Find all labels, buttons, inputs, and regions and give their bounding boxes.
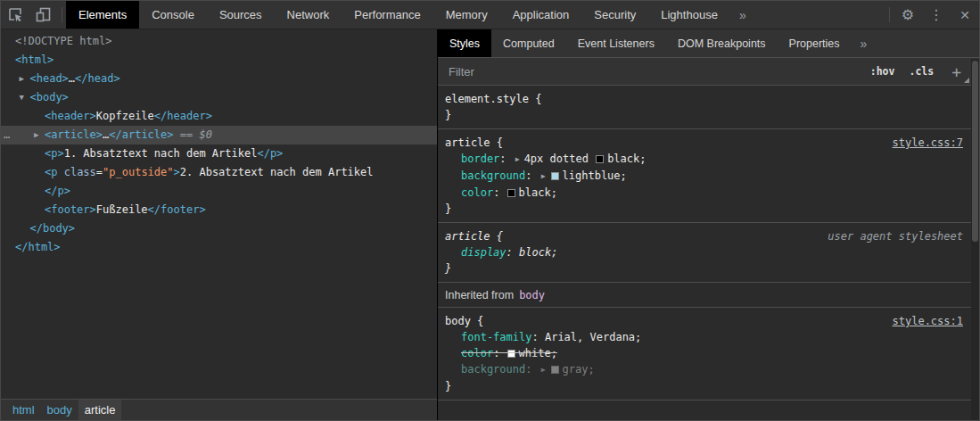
close-icon[interactable]: ✕ <box>951 1 979 29</box>
dom-tree-row[interactable]: <footer>Fußzeile</footer> <box>1 201 437 219</box>
filter-input[interactable]: Filter <box>449 65 870 78</box>
sections-end-divider <box>438 400 979 400</box>
css-property[interactable]: display: block; <box>445 244 963 260</box>
styles-tab-event-listeners[interactable]: Event Listeners <box>566 29 666 57</box>
tab-application[interactable]: Application <box>500 1 582 29</box>
dom-tree-row[interactable]: </body> <box>1 219 437 238</box>
property-value: : <box>525 169 538 182</box>
tag-token: <body> <box>30 91 69 103</box>
dom-tree-row[interactable]: <!DOCTYPE html> <box>1 32 437 51</box>
inspect-element-icon-svg <box>8 7 23 22</box>
filter-toggles: :hov .cls + <box>870 62 961 81</box>
rule-selector[interactable]: article { <box>445 135 503 151</box>
color-swatch[interactable] <box>507 350 515 358</box>
dom-tree: <!DOCTYPE html><html>▶<head>…</head>▼<bo… <box>1 29 437 399</box>
css-property[interactable]: color: white; <box>445 345 963 361</box>
css-property-text: color: white; <box>461 345 557 361</box>
expand-arrow-icon[interactable]: ▶ <box>541 172 546 180</box>
expand-arrow-icon[interactable]: ▶ <box>515 155 520 163</box>
tag-token: <p> <box>45 147 64 160</box>
css-property[interactable]: border: ▶4px dotted black; <box>445 151 963 168</box>
device-toolbar-icon[interactable] <box>29 1 58 29</box>
rule-selector[interactable]: element.style { <box>445 91 541 107</box>
rule-selector[interactable]: article { <box>445 228 503 244</box>
stylesheet-link[interactable]: style.css:1 <box>893 313 963 329</box>
css-property[interactable]: background: ▶lightblue; <box>445 168 963 185</box>
styles-tab-computed[interactable]: Computed <box>491 29 566 57</box>
breadcrumb-html[interactable]: html <box>6 400 41 420</box>
breadcrumb-body[interactable]: body <box>41 400 78 420</box>
elements-panel: <!DOCTYPE html><html>▶<head>…</head>▼<bo… <box>1 29 437 420</box>
tab-network[interactable]: Network <box>275 1 342 29</box>
tab-elements[interactable]: Elements <box>66 1 139 29</box>
expand-arrow-icon[interactable]: ▶ <box>541 366 546 374</box>
styles-tab-dom-breakpoints[interactable]: DOM Breakpoints <box>666 29 778 57</box>
twisty-collapsed-icon[interactable]: ▶ <box>34 126 45 144</box>
styles-tab-properties[interactable]: Properties <box>778 29 852 57</box>
styles-more-tabs-chevron-icon[interactable]: » <box>852 29 877 57</box>
twisty-collapsed-icon[interactable]: ▶ <box>20 70 30 88</box>
dom-tree-row[interactable]: <p class="p_outside">2. Absatztext nach … <box>1 163 437 182</box>
dom-tree-row[interactable]: ▼<body> <box>1 88 437 107</box>
property-value: : <box>493 186 506 199</box>
rule-selector[interactable]: body { <box>445 313 483 329</box>
dom-tree-row[interactable]: </html> <box>1 238 437 257</box>
style-rule: element.style {} <box>438 86 979 128</box>
eq-token: == $0 <box>174 128 212 141</box>
scrollbar-thumb[interactable] <box>972 61 978 242</box>
style-rule: article {style.css:7border: ▶4px dotted … <box>438 128 979 222</box>
device-toolbar-icon-svg <box>36 7 52 22</box>
dom-tree-row[interactable]: <p>1. Absatztext nach dem Artikel</p> <box>1 144 437 163</box>
styles-tab-styles[interactable]: Styles <box>438 29 491 57</box>
tag-token: </head> <box>75 72 120 85</box>
dom-tree-row[interactable]: <html> <box>1 51 437 70</box>
css-property[interactable]: font-family: Arial, Verdana; <box>445 329 963 345</box>
row-ellipsis-gutter[interactable]: … <box>4 126 10 144</box>
css-property-text: background: ▶gray; <box>461 361 595 378</box>
tab-console[interactable]: Console <box>139 1 207 29</box>
toolbar-separator <box>889 7 890 22</box>
more-tabs-chevron-icon[interactable]: » <box>730 1 755 29</box>
inspect-element-icon[interactable] <box>1 1 29 29</box>
dom-tree-row[interactable]: ▶<head>…</head> <box>1 70 437 88</box>
gray-token: <!DOCTYPE html> <box>15 35 111 47</box>
dom-tree-row[interactable]: …▶<article>…</article> == $0 <box>1 126 437 144</box>
css-property-text: display: block; <box>461 244 557 260</box>
css-property-text: font-family: Arial, Verdana; <box>461 329 641 345</box>
vertical-scrollbar[interactable] <box>971 59 979 420</box>
dom-tree-row[interactable]: <header>Kopfzeile</header> <box>1 107 437 126</box>
css-property[interactable]: background: ▶gray; <box>445 361 963 378</box>
property-name: background <box>461 169 525 182</box>
tab-sources[interactable]: Sources <box>207 1 275 29</box>
color-swatch[interactable] <box>596 155 604 163</box>
color-swatch[interactable] <box>551 366 559 374</box>
tab-memory[interactable]: Memory <box>433 1 500 29</box>
breadcrumb: htmlbodyarticle <box>1 399 437 420</box>
color-swatch[interactable] <box>507 189 515 197</box>
settings-gear-icon[interactable]: ⚙ <box>894 1 922 29</box>
color-swatch[interactable] <box>551 172 559 180</box>
twisty-expanded-icon[interactable]: ▼ <box>20 88 30 107</box>
devtools-window: { "glyphs": { "collapsed": "▶", "expande… <box>0 0 980 421</box>
rule-selector-line: body {style.css:1 <box>445 313 963 329</box>
inherited-node-link[interactable]: body <box>519 287 545 303</box>
filter-resize-corner[interactable] <box>964 78 969 83</box>
tab-lighthouse[interactable]: Lighthouse <box>648 1 730 29</box>
styles-tab-bar: StylesComputedEvent ListenersDOM Breakpo… <box>438 29 979 58</box>
styles-sidebar: StylesComputedEvent ListenersDOM Breakpo… <box>438 29 979 420</box>
stylesheet-link[interactable]: style.css:7 <box>893 135 963 151</box>
property-name: font-family <box>461 331 531 343</box>
property-value: black; <box>519 186 557 199</box>
kebab-menu-icon[interactable]: ⋮ <box>922 1 951 29</box>
element-classes-toggle[interactable]: .cls <box>909 65 934 78</box>
tag-token: <article> <box>45 128 103 141</box>
toolbar-separator <box>62 7 62 22</box>
tab-performance[interactable]: Performance <box>342 1 432 29</box>
val-token: "p_outside" <box>103 166 173 178</box>
new-style-rule-button[interactable]: + <box>951 62 961 81</box>
dom-tree-row[interactable]: </p> <box>1 182 437 201</box>
pseudo-state-toggle[interactable]: :hov <box>870 65 895 78</box>
css-property[interactable]: color: black; <box>445 185 963 201</box>
breadcrumb-article[interactable]: article <box>78 400 122 420</box>
tab-security[interactable]: Security <box>581 1 648 29</box>
